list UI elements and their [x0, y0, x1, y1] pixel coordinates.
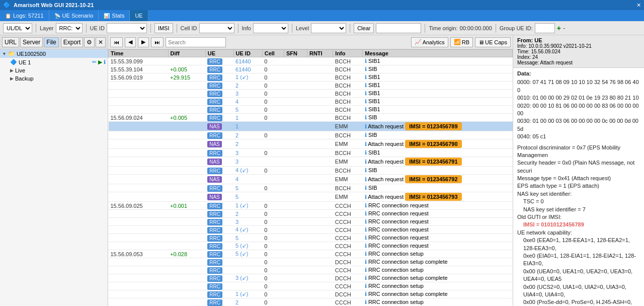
ue-edit-icon[interactable]: ✏: [92, 59, 97, 65]
td-message-21[interactable]: ℹ RRC connection request: [363, 234, 513, 242]
sidebar-item-backup[interactable]: ▶ Backup: [8, 74, 108, 83]
td-message-7[interactable]: ℹ SIB: [363, 114, 513, 122]
sidebar-close-btn[interactable]: ✕: [96, 37, 106, 47]
td-message-12[interactable]: ℹ Attach request IMSI = 0123456791: [363, 157, 513, 167]
table-row[interactable]: RRC0CCCHℹ RRC connection setup: [109, 282, 513, 290]
ue-info-icon[interactable]: ℹ: [104, 59, 106, 65]
nav-next-btn[interactable]: ▶: [138, 37, 149, 47]
clear-button[interactable]: Clear: [354, 23, 374, 33]
sidebar-item-ue[interactable]: 🔷 UE 1 ✏ ▶ ℹ: [8, 58, 108, 66]
sidebar-item-live[interactable]: ▶ Live: [8, 66, 108, 74]
table-row[interactable]: RRC20CCCHℹ RRC connection request: [109, 210, 513, 218]
ueid-select[interactable]: [107, 23, 147, 33]
table-row[interactable]: RRC50BCCHℹ SIB: [109, 184, 513, 192]
table-row[interactable]: RRC1 (↙)0DCCHℹ RRC connection setup comp…: [109, 290, 513, 298]
table-row[interactable]: RRC20CCCHℹ RRC connection setup: [109, 298, 513, 307]
info-select[interactable]: [253, 23, 288, 33]
table-row[interactable]: RRC0DCCHℹ RRC connection setup complete: [109, 258, 513, 266]
layer-select[interactable]: RRC:: [56, 23, 83, 33]
td-message-19[interactable]: ℹ RRC connection request: [363, 218, 513, 226]
table-row[interactable]: RRC0CCCHℹ RRC connection setup: [109, 266, 513, 274]
td-message-23[interactable]: ℹ RRC connection setup: [363, 250, 513, 258]
clear-filter-input[interactable]: [376, 23, 421, 33]
sidebar-export-btn[interactable]: Export: [61, 37, 84, 47]
sidebar-url-btn[interactable]: URL: [2, 37, 19, 47]
table-row[interactable]: RRC20BCCHℹ SIB1: [109, 82, 513, 90]
td-message-13[interactable]: ℹ SIB: [363, 167, 513, 175]
cellid-select[interactable]: [199, 23, 234, 33]
td-message-22[interactable]: ℹ RRC connection request: [363, 242, 513, 250]
td-message-24[interactable]: ℹ RRC connection setup complete: [363, 258, 513, 266]
td-message-5[interactable]: ℹ SIB1: [363, 98, 513, 106]
td-message-26[interactable]: ℹ RRC connection setup complete: [363, 274, 513, 282]
table-row[interactable]: 15.56.09.024+0.005RRC10BCCHℹ SIB: [109, 114, 513, 122]
analytics-btn[interactable]: 📈 Analytics: [411, 37, 448, 47]
nav-last-btn[interactable]: ⏭: [151, 37, 164, 47]
table-row[interactable]: 15.56.09.053+0.028RRC5 (↙)0CCCHℹ RRC con…: [109, 250, 513, 258]
td-message-10[interactable]: ℹ Attach request IMSI = 0123456790: [363, 139, 513, 149]
table-row[interactable]: 15.56.09.025+0.001RRC1 (↙)0CCCHℹ RRC con…: [109, 202, 513, 210]
tab-stats[interactable]: 📊 Stats: [99, 10, 130, 21]
nav-prev-btn[interactable]: ◀: [125, 37, 136, 47]
td-sfn-26: [284, 274, 307, 282]
tab-logs[interactable]: 📋 Logs: 57211: [0, 10, 49, 21]
sidebar-file-btn[interactable]: File: [44, 37, 58, 47]
ue-caps-btn[interactable]: 🖥 UE Caps: [475, 37, 511, 47]
td-message-25[interactable]: ℹ RRC connection setup: [363, 266, 513, 274]
log-search-input[interactable]: [166, 37, 226, 47]
td-message-16[interactable]: ℹ Attach request IMSI = 0123456793: [363, 192, 513, 202]
table-row[interactable]: 15.55.39.099RRC614400BCCHℹ SIB1: [109, 57, 513, 65]
td-message-8[interactable]: ℹ Attach request IMSI = 0123456789: [363, 122, 513, 131]
td-message-14[interactable]: ℹ Attach request IMSI = 0123456792: [363, 175, 513, 184]
rb-btn[interactable]: 📶 RB: [450, 37, 473, 47]
td-message-2[interactable]: ℹ SIB1: [363, 73, 513, 82]
table-row[interactable]: NAS4EMMℹ Attach request IMSI = 012345679…: [109, 175, 513, 184]
tab-ue-scenario[interactable]: 📡 UE Scenario: [49, 10, 99, 21]
subtract-button[interactable]: -: [563, 24, 566, 32]
table-row[interactable]: 15.56.09.019+29.915RRC1 (↙)0BCCHℹ SIB1: [109, 73, 513, 82]
table-row[interactable]: 15.55.39.104+0.005RRC614400BCCHℹ SIB: [109, 65, 513, 73]
level-select[interactable]: [311, 23, 346, 33]
td-message-15[interactable]: ℹ SIB: [363, 184, 513, 192]
td-message-27[interactable]: ℹ RRC connection setup: [363, 282, 513, 290]
table-row[interactable]: NAS3EMMℹ Attach request IMSI = 012345679…: [109, 157, 513, 167]
add-button[interactable]: +: [557, 24, 561, 32]
td-message-3[interactable]: ℹ SIB1: [363, 82, 513, 90]
table-row[interactable]: RRC30CCCHℹ RRC connection request: [109, 218, 513, 226]
table-row[interactable]: RRC20BCCHℹ SIB: [109, 131, 513, 139]
td-message-4[interactable]: ℹ SIB1: [363, 90, 513, 98]
td-message-29[interactable]: ℹ RRC connection setup: [363, 298, 513, 307]
sidebar-settings-btn[interactable]: ⚙: [84, 37, 95, 47]
table-row[interactable]: RRC4 (↙)0CCCHℹ RRC connection request: [109, 226, 513, 234]
table-row[interactable]: NAS2EMMℹ Attach request IMSI = 012345679…: [109, 139, 513, 149]
nav-first-btn[interactable]: ⏮: [110, 37, 123, 47]
table-row[interactable]: RRC40BCCHℹ SIB1: [109, 98, 513, 106]
td-message-11[interactable]: ℹ SIB1: [363, 149, 513, 157]
table-row[interactable]: RRC5 (↙)0CCCHℹ RRC connection request: [109, 242, 513, 250]
ue-run-icon[interactable]: ▶: [98, 59, 102, 65]
td-message-1[interactable]: ℹ SIB: [363, 65, 513, 73]
title-close-btn[interactable]: ✕: [636, 2, 641, 9]
tab-ue[interactable]: UE: [130, 10, 148, 21]
td-message-28[interactable]: ℹ RRC connection setup complete: [363, 290, 513, 298]
log-table-wrap[interactable]: Time Diff UE UE ID Cell SFN RNTI Info Me…: [108, 49, 513, 306]
sidebar-server-btn[interactable]: Server: [20, 37, 43, 47]
td-message-6[interactable]: ℹ SIB1: [363, 106, 513, 114]
td-message-18[interactable]: ℹ RRC connection request: [363, 210, 513, 218]
uldl-select[interactable]: UL/DL: [3, 23, 32, 33]
imsi-button[interactable]: IMSI: [154, 23, 173, 33]
table-row[interactable]: NAS1EMMℹ Attach request IMSI = 012345678…: [109, 122, 513, 131]
td-message-20[interactable]: ℹ RRC connection request: [363, 226, 513, 234]
table-row[interactable]: NAS5EMMℹ Attach request IMSI = 012345679…: [109, 192, 513, 202]
table-row[interactable]: RRC30BCCHℹ SIB1: [109, 149, 513, 157]
td-message-17[interactable]: ℹ RRC connection request: [363, 202, 513, 210]
td-message-9[interactable]: ℹ SIB: [363, 131, 513, 139]
table-row[interactable]: RRC3 (↙)0DCCHℹ RRC connection setup comp…: [109, 274, 513, 282]
table-row[interactable]: RRC30BCCHℹ SIB1: [109, 90, 513, 98]
table-row[interactable]: RRC50BCCHℹ SIB1: [109, 106, 513, 114]
sidebar-item-ue-set[interactable]: ▼ 📁 UE1002500: [0, 49, 108, 58]
table-row[interactable]: RRC50CCCHℹ RRC connection request: [109, 234, 513, 242]
td-message-0[interactable]: ℹ SIB1: [363, 57, 513, 65]
group-input[interactable]: [535, 23, 555, 33]
table-row[interactable]: RRC4 (↙)0BCCHℹ SIB: [109, 167, 513, 175]
